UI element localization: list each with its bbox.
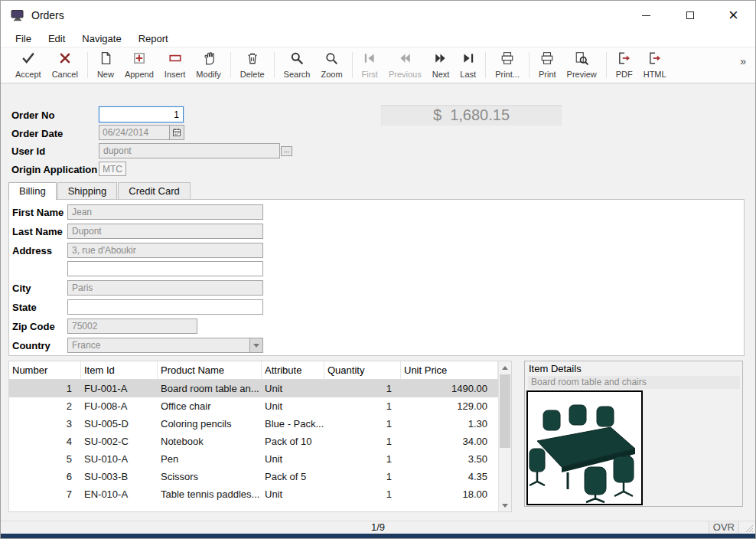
item-details-title: Item Details xyxy=(529,363,582,374)
next-label: Next xyxy=(432,70,450,79)
new-button[interactable]: New xyxy=(92,50,119,80)
menu-edit[interactable]: Edit xyxy=(40,31,73,46)
magnifier-icon xyxy=(290,51,304,68)
scrollbar-thumb[interactable] xyxy=(500,374,510,448)
user-id-browse-button[interactable]: ... xyxy=(281,146,292,156)
html-export-button[interactable]: HTML xyxy=(638,50,672,80)
cell-product-name: Coloring pencils xyxy=(158,415,262,433)
address-line2-input[interactable] xyxy=(67,261,263,276)
first-button[interactable]: First xyxy=(357,50,383,80)
tab-shipping[interactable]: Shipping xyxy=(57,182,118,199)
scroll-up-button[interactable] xyxy=(499,361,511,374)
accept-label: Accept xyxy=(15,70,41,79)
calendar-button[interactable] xyxy=(169,126,184,139)
header-unit-price[interactable]: Unit Price xyxy=(401,361,498,379)
cell-unit-price: 129.00 xyxy=(401,397,498,415)
new-document-icon xyxy=(99,51,112,68)
accept-button[interactable]: Accept xyxy=(10,50,47,80)
table-row[interactable]: 4 SU-002-C Notebook Pack of 10 1 34.00 xyxy=(9,433,498,450)
preview-magnifier-icon xyxy=(575,51,588,68)
state-input[interactable] xyxy=(67,299,263,315)
minimize-button[interactable] xyxy=(624,1,668,30)
cell-number: 2 xyxy=(9,397,81,415)
pdf-export-button[interactable]: PDF xyxy=(611,50,638,80)
origin-application-label: Origin Application xyxy=(11,164,97,175)
modify-button[interactable]: Modify xyxy=(191,50,226,80)
cell-quantity: 1 xyxy=(324,397,401,415)
overwrite-mode-indicator[interactable]: OVR xyxy=(709,521,739,534)
previous-record-icon xyxy=(398,51,412,68)
maximize-icon xyxy=(686,11,694,19)
append-label: Append xyxy=(125,70,154,79)
header-number[interactable]: Number xyxy=(9,361,81,379)
zoom-button[interactable]: Zoom xyxy=(315,50,347,80)
next-button[interactable]: Next xyxy=(427,50,455,80)
search-button[interactable]: Search xyxy=(279,50,316,80)
header-quantity[interactable]: Quantity xyxy=(324,361,401,379)
magnifier-icon xyxy=(324,51,338,68)
menu-file[interactable]: File xyxy=(7,31,40,46)
cell-quantity: 1 xyxy=(324,415,401,433)
preview-label: Preview xyxy=(567,70,597,79)
close-button[interactable]: × xyxy=(712,1,755,30)
order-no-label: Order No xyxy=(11,109,54,121)
preview-button[interactable]: Preview xyxy=(562,50,602,80)
header-attribute[interactable]: Attribute xyxy=(262,361,324,379)
delete-label: Delete xyxy=(240,70,265,79)
user-id-input[interactable] xyxy=(99,143,280,158)
scrollbar-track[interactable] xyxy=(499,449,511,499)
zoom-label: Zoom xyxy=(321,70,342,79)
new-label: New xyxy=(97,70,114,79)
table-row[interactable]: 7 EN-010-A Table tennis paddles... Unit … xyxy=(9,485,498,503)
cell-number: 7 xyxy=(9,485,81,503)
cell-attribute: Pack of 5 xyxy=(262,468,324,485)
origin-application-field[interactable] xyxy=(99,162,126,176)
previous-button[interactable]: Previous xyxy=(383,50,427,80)
print-dialog-button[interactable]: Print... xyxy=(490,50,525,80)
header-product-name[interactable]: Product Name xyxy=(158,361,262,379)
cell-quantity: 1 xyxy=(324,433,401,450)
cell-quantity: 1 xyxy=(324,468,401,485)
print-button[interactable]: Print xyxy=(533,50,562,80)
record-indicator: 1/9 xyxy=(1,521,755,533)
zip-code-input[interactable] xyxy=(67,318,197,334)
table-scrollbar[interactable] xyxy=(498,361,511,511)
cell-item-id: SU-003-B xyxy=(81,468,158,485)
tab-billing[interactable]: Billing xyxy=(8,182,57,200)
table-row[interactable]: 2 FU-008-A Office chair Unit 1 129.00 xyxy=(9,397,498,415)
menu-report[interactable]: Report xyxy=(130,31,177,46)
tab-credit-card[interactable]: Credit Card xyxy=(118,182,190,199)
append-button[interactable]: Append xyxy=(119,50,159,80)
table-row[interactable]: 1 FU-001-A Board room table an... Unit 1… xyxy=(9,380,498,397)
insert-button[interactable]: Insert xyxy=(159,50,191,80)
last-button[interactable]: Last xyxy=(455,50,481,80)
order-no-input[interactable] xyxy=(99,106,184,122)
table-row[interactable]: 6 SU-003-B Scissors Pack of 5 1 4.35 xyxy=(9,468,498,485)
table-row[interactable]: 5 SU-010-A Pen Unit 1 3.50 xyxy=(9,450,498,468)
header-item-id[interactable]: Item Id xyxy=(81,361,158,379)
status-bar: 1/9 OVR xyxy=(1,521,755,534)
minimize-icon xyxy=(642,15,650,16)
menu-navigate[interactable]: Navigate xyxy=(73,31,129,46)
orders-window: Orders × File Edit Navigate Report Accep… xyxy=(0,0,756,539)
country-select[interactable]: France xyxy=(67,338,263,353)
city-input[interactable] xyxy=(67,280,263,296)
trash-icon xyxy=(246,51,259,68)
title-bar: Orders × xyxy=(1,1,755,30)
maximize-button[interactable] xyxy=(668,1,712,30)
printer-icon xyxy=(500,51,514,68)
cell-number: 6 xyxy=(9,468,81,485)
scroll-down-button[interactable] xyxy=(499,499,511,511)
cell-product-name: Table tennis paddles... xyxy=(158,485,262,503)
app-monitor-icon xyxy=(11,9,24,21)
address-line1-input[interactable] xyxy=(67,243,263,258)
last-name-input[interactable] xyxy=(67,224,263,239)
order-date-input[interactable] xyxy=(99,126,169,139)
cell-number: 1 xyxy=(9,380,81,397)
billing-tab-panel: First Name Last Name Address City State … xyxy=(8,199,745,356)
delete-button[interactable]: Delete xyxy=(235,50,270,80)
table-row[interactable]: 3 SU-005-D Coloring pencils Blue - Pack.… xyxy=(9,415,498,433)
cancel-button[interactable]: Cancel xyxy=(47,50,83,80)
first-name-input[interactable] xyxy=(67,204,263,220)
toolbar-overflow-chevron[interactable]: » xyxy=(734,54,752,69)
